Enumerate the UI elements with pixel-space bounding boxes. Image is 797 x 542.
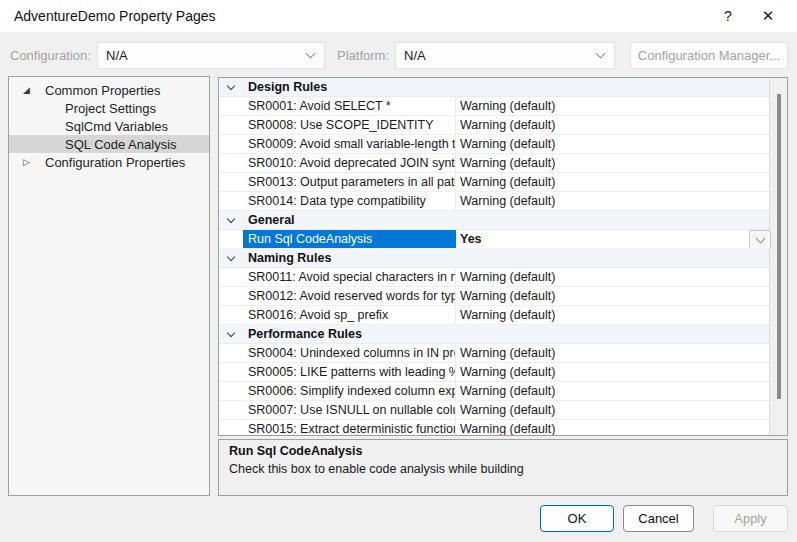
property-grid: Design RulesSR0001: Avoid SELECT *Warnin… [218, 77, 788, 436]
property-row-sr0004-unindexed-columns-in-in-predic[interactable]: SR0004: Unindexed columns in IN predicWa… [219, 344, 771, 363]
description-panel: Run Sql CodeAnalysis Check this box to e… [218, 439, 788, 496]
property-pages-dialog: AdventureDemo Property Pages ? ✕ Configu… [0, 0, 797, 542]
row-gutter [219, 154, 243, 172]
section-row-performance-rules[interactable]: Performance Rules [219, 325, 771, 344]
property-name: SR0012: Avoid reserved words for type n [243, 287, 456, 305]
row-gutter [219, 192, 243, 210]
description-title: Run Sql CodeAnalysis [229, 444, 777, 458]
property-name: SR0008: Use SCOPE_IDENTITY [243, 116, 456, 134]
property-value[interactable]: Warning (default) [456, 116, 771, 134]
property-name: SR0016: Avoid sp_ prefix [243, 306, 456, 324]
property-row-sr0012-avoid-reserved-words-for-type-n[interactable]: SR0012: Avoid reserved words for type nW… [219, 287, 771, 306]
scrollbar-thumb[interactable] [777, 94, 781, 399]
property-name: SR0015: Extract deterministic function c… [243, 420, 456, 436]
help-icon[interactable]: ? [711, 0, 745, 32]
tree-expanded-icon[interactable]: ◢ [23, 81, 45, 99]
property-name: SR0004: Unindexed columns in IN predic [243, 344, 456, 362]
property-row-sr0006-simplify-indexed-column-expres[interactable]: SR0006: Simplify indexed column expresWa… [219, 382, 771, 401]
configuration-value: N/A [106, 48, 128, 63]
property-name: SR0005: LIKE patterns with leading % [243, 363, 456, 381]
tree-item-configuration-properties[interactable]: ▷Configuration Properties [9, 153, 209, 171]
chevron-down-icon[interactable] [227, 329, 235, 337]
tree-collapsed-icon[interactable]: ▷ [23, 153, 45, 171]
row-gutter [219, 268, 243, 286]
tree-item-label: Common Properties [45, 83, 161, 98]
property-value[interactable]: Warning (default) [456, 135, 771, 153]
property-value[interactable]: Warning (default) [456, 306, 771, 324]
grid-rows: Design RulesSR0001: Avoid SELECT *Warnin… [219, 78, 771, 436]
row-gutter [219, 135, 243, 153]
configuration-dropdown[interactable]: N/A [97, 42, 325, 69]
property-value[interactable]: Warning (default) [456, 344, 771, 362]
tree-item-common-properties[interactable]: ◢Common Properties [9, 81, 209, 99]
property-value[interactable]: Warning (default) [456, 97, 771, 115]
chevron-down-icon[interactable] [227, 253, 235, 261]
property-row-sr0013-output-parameters-in-all-paths[interactable]: SR0013: Output parameters in all pathsWa… [219, 173, 771, 192]
configuration-manager-button[interactable]: Configuration Manager... [630, 42, 788, 69]
property-row-sr0010-avoid-deprecated-join-syntax[interactable]: SR0010: Avoid deprecated JOIN syntaxWarn… [219, 154, 771, 173]
section-gutter [219, 325, 243, 343]
row-gutter [219, 363, 243, 381]
property-row-sr0008-use-scope-identity[interactable]: SR0008: Use SCOPE_IDENTITYWarning (defau… [219, 116, 771, 135]
window-title: AdventureDemo Property Pages [14, 0, 216, 32]
section-row-general[interactable]: General [219, 211, 771, 230]
property-value[interactable]: Warning (default) [456, 173, 771, 191]
apply-button[interactable]: Apply [713, 505, 788, 532]
section-row-design-rules[interactable]: Design Rules [219, 78, 771, 97]
ok-button[interactable]: OK [540, 505, 614, 532]
value-dropdown-button[interactable] [749, 230, 771, 248]
property-row-sr0007-use-isnull-on-nullable-column[interactable]: SR0007: Use ISNULL on nullable columnWar… [219, 401, 771, 420]
property-row-sr0001-avoid-select[interactable]: SR0001: Avoid SELECT *Warning (default) [219, 97, 771, 116]
property-row-sr0015-extract-deterministic-function-ca[interactable]: SR0015: Extract deterministic function c… [219, 420, 771, 436]
titlebar: AdventureDemo Property Pages ? ✕ [0, 0, 797, 32]
row-gutter [219, 97, 243, 115]
property-name: SR0001: Avoid SELECT * [243, 97, 456, 115]
property-value[interactable]: Yes [456, 230, 771, 248]
property-value[interactable]: Warning (default) [456, 382, 771, 400]
platform-value: N/A [404, 48, 426, 63]
chevron-down-icon[interactable] [227, 215, 235, 223]
property-value[interactable]: Warning (default) [456, 401, 771, 419]
row-gutter [219, 401, 243, 419]
property-value[interactable]: Warning (default) [456, 363, 771, 381]
tree-item-label: Project Settings [65, 101, 156, 116]
platform-label: Platform: [337, 42, 389, 69]
row-gutter [219, 306, 243, 324]
property-row-run-sql-codeanalysis[interactable]: Run Sql CodeAnalysisYes [219, 230, 771, 249]
property-row-sr0016-avoid-sp-prefix[interactable]: SR0016: Avoid sp_ prefixWarning (default… [219, 306, 771, 325]
chevron-down-icon[interactable] [227, 82, 235, 90]
section-label: General [243, 211, 771, 229]
row-gutter [219, 382, 243, 400]
property-row-sr0014-data-type-compatibility[interactable]: SR0014: Data type compatibilityWarning (… [219, 192, 771, 211]
property-name: SR0006: Simplify indexed column expres [243, 382, 456, 400]
property-value[interactable]: Warning (default) [456, 287, 771, 305]
row-gutter [219, 173, 243, 191]
section-row-naming-rules[interactable]: Naming Rules [219, 249, 771, 268]
property-row-sr0011-avoid-special-characters-in-nam[interactable]: SR0011: Avoid special characters in namW… [219, 268, 771, 287]
property-name: SR0009: Avoid small variable-length typ [243, 135, 456, 153]
configuration-label: Configuration: [10, 42, 91, 69]
tree-item-sql-code-analysis[interactable]: SQL Code Analysis [9, 135, 209, 153]
description-text: Check this box to enable code analysis w… [229, 462, 777, 476]
chevron-down-icon [756, 233, 766, 243]
property-name: SR0007: Use ISNULL on nullable column [243, 401, 456, 419]
section-label: Naming Rules [243, 249, 771, 267]
property-value[interactable]: Warning (default) [456, 420, 771, 436]
close-icon[interactable]: ✕ [751, 0, 785, 32]
chevron-down-icon [306, 48, 316, 58]
vertical-scrollbar[interactable] [769, 78, 787, 435]
tree-item-label: Configuration Properties [45, 155, 185, 170]
property-value[interactable]: Warning (default) [456, 154, 771, 172]
cancel-button[interactable]: Cancel [623, 505, 694, 532]
property-value[interactable]: Warning (default) [456, 192, 771, 210]
section-label: Design Rules [243, 78, 771, 96]
tree-item-project-settings[interactable]: Project Settings [9, 99, 209, 117]
tree-item-label: SQL Code Analysis [65, 137, 177, 152]
tree-item-sqlcmd-variables[interactable]: SqlCmd Variables [9, 117, 209, 135]
chevron-down-icon [596, 48, 606, 58]
property-value[interactable]: Warning (default) [456, 268, 771, 286]
property-row-sr0005-like-patterns-with-leading[interactable]: SR0005: LIKE patterns with leading %Warn… [219, 363, 771, 382]
property-row-sr0009-avoid-small-variable-length-typ[interactable]: SR0009: Avoid small variable-length typW… [219, 135, 771, 154]
property-name: Run Sql CodeAnalysis [243, 230, 456, 248]
platform-dropdown[interactable]: N/A [395, 42, 615, 69]
